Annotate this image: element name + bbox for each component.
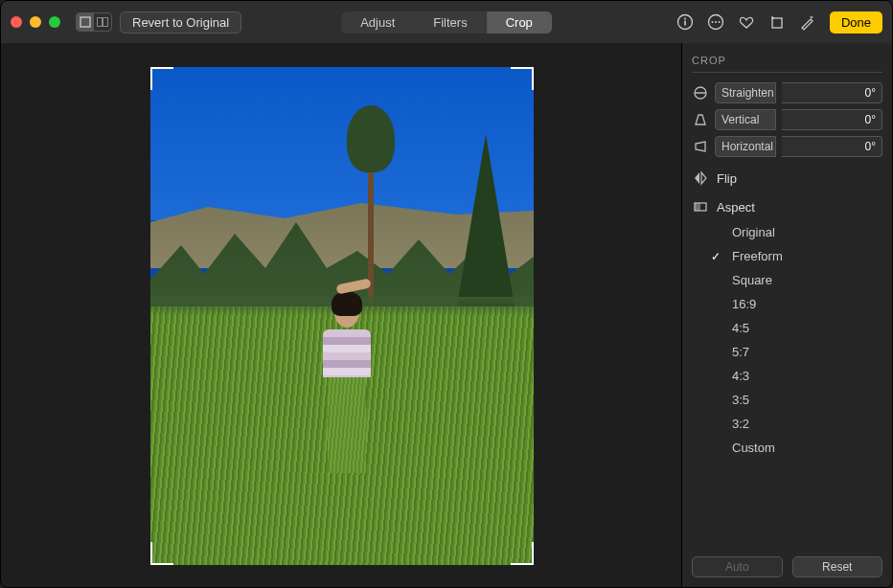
aspect-freeform-label: Freeform	[732, 249, 783, 263]
flip-icon	[692, 170, 709, 186]
vertical-label: Vertical	[715, 109, 776, 130]
rotate-icon[interactable]	[768, 13, 786, 31]
crop-handle-top-right[interactable]	[511, 67, 534, 90]
toolbar-right: Done	[676, 11, 882, 34]
flip-label: Flip	[717, 171, 737, 186]
aspect-list: Original ✓Freeform Square 16:9 4:5 5:7 4…	[692, 220, 882, 460]
aspect-16-9[interactable]: 16:9	[709, 292, 882, 316]
window-controls	[11, 16, 60, 28]
svg-rect-5	[684, 21, 686, 26]
aspect-3-2[interactable]: 3:2	[709, 412, 882, 436]
svg-point-7	[711, 21, 713, 23]
aspect-custom-label: Custom	[732, 441, 775, 455]
vertical-row[interactable]: Vertical 0°	[692, 109, 882, 130]
aspect-4-5[interactable]: 4:5	[709, 316, 882, 340]
aspect-square[interactable]: Square	[709, 268, 882, 292]
horizontal-value[interactable]: 0°	[782, 136, 882, 157]
straighten-icon	[692, 85, 709, 101]
aspect-freeform[interactable]: ✓Freeform	[709, 244, 882, 268]
tab-filters[interactable]: Filters	[414, 11, 486, 34]
aspect-4-3[interactable]: 4:3	[709, 364, 882, 388]
svg-rect-1	[98, 18, 103, 27]
aspect-5-7[interactable]: 5:7	[709, 340, 882, 364]
aspect-custom[interactable]: Custom	[709, 436, 882, 460]
svg-rect-14	[695, 203, 700, 211]
aspect-icon	[692, 199, 709, 215]
aspect-4-5-label: 4:5	[732, 321, 749, 335]
aspect-3-5-label: 3:5	[732, 393, 749, 407]
aspect-16-9-label: 16:9	[732, 297, 756, 311]
aspect-4-3-label: 4:3	[732, 369, 749, 383]
flip-button[interactable]: Flip	[692, 170, 882, 186]
horizontal-label: Horizontal	[715, 136, 776, 157]
crop-handle-top-left[interactable]	[150, 67, 173, 90]
edit-mode-tabs: Adjust Filters Crop	[341, 11, 552, 34]
svg-rect-10	[772, 18, 782, 28]
aspect-label: Aspect	[717, 200, 755, 215]
auto-button[interactable]: Auto	[692, 556, 783, 577]
more-icon[interactable]	[707, 13, 724, 31]
done-button[interactable]: Done	[830, 11, 882, 34]
horizontal-row[interactable]: Horizontal 0°	[692, 136, 882, 157]
panel-footer: Auto Reset	[692, 556, 882, 577]
panel-title: CROP	[692, 55, 882, 73]
horizontal-perspective-icon	[692, 139, 709, 154]
aspect-header[interactable]: Aspect	[692, 199, 882, 215]
crop-canvas[interactable]	[150, 67, 534, 565]
svg-point-8	[715, 21, 717, 23]
straighten-row[interactable]: Straighten 0°	[692, 82, 882, 103]
reset-button[interactable]: Reset	[792, 556, 883, 577]
aspect-original[interactable]: Original	[709, 220, 882, 244]
auto-enhance-icon[interactable]	[799, 13, 816, 31]
checkmark-icon: ✓	[709, 250, 722, 263]
tab-crop[interactable]: Crop	[487, 11, 552, 34]
editor-canvas-area	[1, 43, 683, 588]
vertical-value[interactable]: 0°	[782, 109, 882, 130]
info-icon[interactable]	[676, 13, 694, 31]
single-view-icon[interactable]	[77, 13, 94, 31]
straighten-label: Straighten	[715, 82, 776, 103]
crop-panel: CROP Straighten 0° Vertical 0° Horizonta…	[681, 43, 892, 588]
straighten-value[interactable]: 0°	[782, 82, 882, 103]
close-window-button[interactable]	[11, 16, 22, 28]
favorite-icon[interactable]	[738, 13, 755, 31]
minimize-window-button[interactable]	[30, 16, 41, 28]
aspect-3-2-label: 3:2	[732, 417, 749, 431]
aspect-3-5[interactable]: 3:5	[709, 388, 882, 412]
crop-handle-bottom-left[interactable]	[150, 542, 173, 565]
titlebar: Revert to Original Adjust Filters Crop D…	[1, 1, 892, 43]
svg-point-9	[718, 21, 720, 23]
compare-view-icon[interactable]	[94, 13, 111, 31]
aspect-square-label: Square	[732, 273, 772, 287]
view-mode-toggle[interactable]	[76, 12, 112, 32]
svg-rect-0	[80, 17, 90, 27]
tab-adjust[interactable]: Adjust	[341, 11, 414, 34]
svg-point-4	[684, 18, 686, 20]
aspect-original-label: Original	[732, 225, 775, 239]
revert-button[interactable]: Revert to Original	[120, 11, 241, 34]
vertical-perspective-icon	[692, 112, 709, 127]
crop-handle-bottom-right[interactable]	[511, 542, 534, 565]
svg-rect-2	[103, 18, 108, 27]
zoom-window-button[interactable]	[49, 16, 60, 28]
aspect-5-7-label: 5:7	[732, 345, 749, 359]
